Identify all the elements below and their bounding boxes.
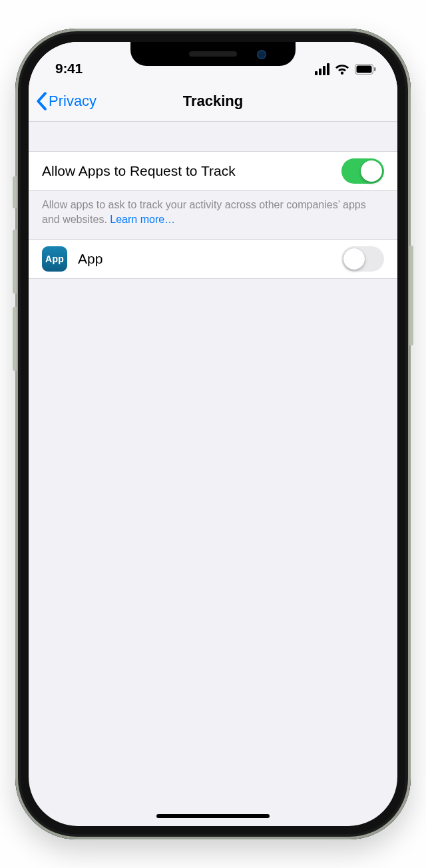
back-label: Privacy [49, 93, 97, 110]
home-indicator [156, 814, 270, 818]
volume-up-btn [13, 230, 17, 294]
side-button [409, 246, 413, 345]
status-time: 9:41 [55, 61, 83, 77]
page-title: Tracking [183, 93, 243, 110]
allow-tracking-toggle[interactable] [341, 158, 384, 184]
ringer-switch [13, 176, 17, 208]
nav-bar: Privacy Tracking [29, 81, 397, 122]
app-tracking-toggle[interactable] [341, 246, 384, 272]
app-icon: App [42, 246, 67, 272]
screen: 9:41 Privacy Tracking Allow Apps to Req [29, 42, 397, 826]
volume-down-btn [13, 307, 17, 371]
svg-rect-2 [374, 67, 375, 71]
svg-rect-1 [357, 66, 372, 73]
battery-icon [355, 64, 376, 75]
iphone-frame: 9:41 Privacy Tracking Allow Apps to Req [15, 29, 411, 839]
cellular-icon [315, 63, 329, 75]
allow-tracking-footer: Allow apps to ask to track your activity… [29, 191, 397, 239]
app-name-label: App [78, 251, 341, 267]
chevron-left-icon [35, 92, 47, 110]
allow-tracking-row: Allow Apps to Request to Track [29, 151, 397, 191]
back-button[interactable]: Privacy [35, 92, 97, 110]
app-tracking-row: AppApp [29, 239, 397, 279]
allow-tracking-label: Allow Apps to Request to Track [42, 163, 341, 179]
wifi-icon [335, 63, 349, 75]
notch [130, 42, 296, 66]
footer-text: Allow apps to ask to track your activity… [42, 199, 366, 225]
learn-more-link[interactable]: Learn more… [110, 214, 175, 225]
